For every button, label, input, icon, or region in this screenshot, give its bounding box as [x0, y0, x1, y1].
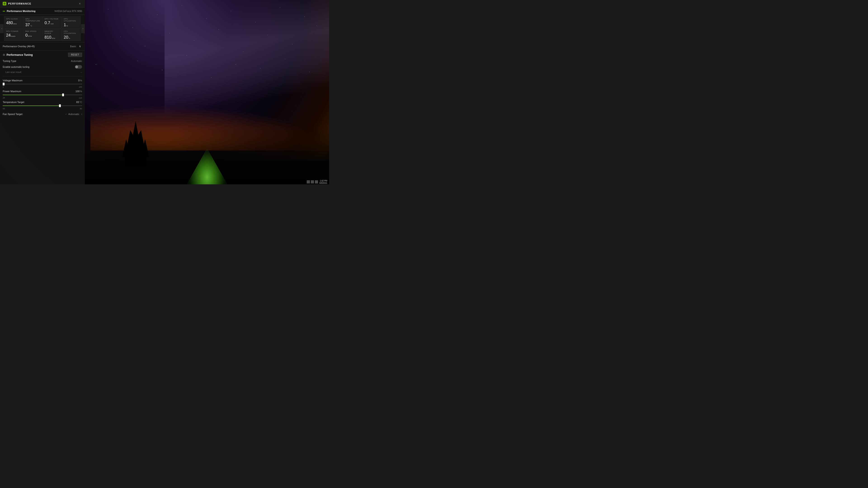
panel-header-left: PERFORMANCE — [3, 2, 31, 5]
metric-gpu-temp: GPU TEMPERATURE 37°C — [23, 16, 42, 29]
auto-tuning-label: Enable automatic tuning — [3, 66, 29, 68]
temp-target-slider[interactable] — [3, 104, 82, 107]
temp-track — [3, 105, 82, 106]
fan-speed-label: FAN SPEED — [25, 30, 40, 32]
cpu-util-label: CPU UTILIZATION — [64, 30, 79, 34]
gpu-util-value: 1% — [64, 23, 79, 27]
temp-target-section: Temperature Target 83°C 65 90 — [0, 100, 85, 111]
taskbar-icons — [307, 180, 318, 184]
voltage-max-header: Voltage Maximum 0% — [3, 79, 82, 82]
power-thumb[interactable] — [62, 94, 64, 96]
nvidia-logo-icon — [3, 2, 6, 5]
power-max-value: 100% — [75, 90, 82, 93]
power-range: 29 114 — [3, 97, 82, 99]
metric-memory-clock: MEMORY CLOCK 810MHz — [42, 29, 61, 41]
gpu-clock-value: 480MHz — [6, 21, 21, 25]
temp-target-value: 83°C — [76, 101, 82, 103]
metrics-grid-bottom: GPU POWER 24Watts FAN SPEED 0RPM MEMORY … — [0, 29, 85, 41]
taskbar-icon-1 — [307, 180, 310, 184]
taskbar-time: 1:42 PM 6/5/2021 — [319, 180, 327, 184]
voltage-min: 0 — [3, 86, 4, 88]
taskbar: 1:42 PM 6/5/2021 — [305, 180, 329, 184]
voltage-range: 0 100 — [3, 86, 82, 88]
metric-gpu-clock: GPU CLOCK 480MHz — [4, 16, 23, 29]
metrics-container: ‹ GPU CLOCK 480MHz GPU TEMPERATURE 37°C … — [0, 15, 85, 42]
gpu-temp-value: 37°C — [25, 23, 40, 27]
metric-gpu-voltage: GPU VOLTAGE 0.7Volt — [42, 16, 61, 29]
metrics-grid-top: GPU CLOCK 480MHz GPU TEMPERATURE 37°C GP… — [0, 16, 85, 29]
overlay-section: Performance Overlay (Alt+R) Basic — [0, 42, 85, 51]
power-min: 29 — [3, 97, 5, 99]
metric-gpu-util: GPU UTILIZATION 1% — [62, 16, 81, 29]
fan-nav-next[interactable]: › — [81, 112, 82, 116]
taskbar-icon-2 — [311, 180, 314, 184]
power-max-label: Power Maximum — [3, 90, 21, 93]
tuning-type-value: Automatic — [71, 60, 82, 62]
performance-panel: PERFORMANCE × ▪▪ Performance Monitoring … — [0, 0, 85, 184]
gpu-temp-label: GPU TEMPERATURE — [25, 18, 40, 22]
overlay-right: Basic — [70, 44, 82, 48]
voltage-max-section: Voltage Maximum 0% 0 100 — [0, 78, 85, 89]
tuning-title-row: ⚙ Performance Tuning — [3, 53, 33, 57]
metrics-nav-left[interactable]: ‹ — [0, 24, 4, 33]
temp-target-label: Temperature Target — [3, 101, 24, 103]
tuning-header: ⚙ Performance Tuning RESET — [0, 51, 85, 58]
divider-1 — [3, 76, 82, 76]
monitoring-title: Performance Monitoring — [7, 10, 35, 12]
scan-row: Last scan result: -- — [0, 70, 85, 74]
cpu-util-value: 20% — [64, 35, 79, 39]
power-max-section: Power Maximum 100% 29 114 — [0, 89, 85, 100]
voltage-max-value: 0% — [78, 79, 82, 82]
metric-cpu-util: CPU UTILIZATION 20% — [62, 29, 81, 41]
tuning-type-label: Tuning Type — [3, 60, 16, 62]
overlay-settings-icon[interactable] — [78, 44, 82, 48]
temp-thumb[interactable] — [59, 104, 61, 107]
power-max-slider[interactable] — [3, 94, 82, 96]
scan-value: -- — [81, 71, 82, 73]
temp-fill — [3, 105, 60, 106]
fan-speed-value: Automatic — [68, 113, 79, 116]
gpu-voltage-label: GPU VOLTAGE — [44, 18, 59, 20]
gpu-power-label: GPU POWER — [6, 30, 21, 32]
overlay-label: Performance Overlay (Alt+R) — [3, 45, 35, 48]
metrics-nav-right[interactable]: › — [81, 24, 85, 33]
toggle-knob — [75, 66, 78, 68]
power-track — [3, 95, 82, 95]
power-max-end: 114 — [79, 97, 82, 99]
gpu-voltage-value: 0.7Volt — [44, 21, 59, 25]
tuning-title: Performance Tuning — [6, 53, 33, 57]
fan-speed-row: Fan Speed Target ‹ Automatic › — [0, 111, 85, 118]
chart-icon: ▪▪ — [3, 9, 5, 13]
voltage-max-end: 100 — [79, 86, 82, 88]
memory-clock-value: 810MHz — [44, 35, 59, 39]
voltage-max-label: Voltage Maximum — [3, 79, 22, 82]
panel-header: PERFORMANCE × — [0, 0, 85, 7]
temp-max-end: 90 — [80, 107, 82, 110]
auto-tuning-toggle-container: Enable automatic tuning — [0, 64, 85, 70]
temp-min: 65 — [3, 107, 5, 110]
tuning-type-row: Tuning Type Automatic — [0, 58, 85, 64]
reset-button[interactable]: RESET — [68, 53, 82, 57]
voltage-thumb[interactable] — [3, 83, 4, 86]
metric-gpu-power: GPU POWER 24Watts — [4, 29, 23, 41]
metric-fan-speed: FAN SPEED 0RPM — [23, 29, 42, 41]
overlay-mode: Basic — [70, 45, 76, 48]
close-button[interactable]: × — [78, 1, 82, 6]
panel-title: PERFORMANCE — [8, 2, 31, 5]
auto-tuning-toggle[interactable] — [75, 65, 82, 69]
gpu-model: NVIDIA GeForce RTX 3090 — [55, 10, 82, 12]
monitoring-header-left: ▪▪ Performance Monitoring — [3, 9, 35, 13]
tuning-icon: ⚙ — [3, 53, 5, 57]
power-max-header: Power Maximum 100% — [3, 90, 82, 93]
gpu-clock-label: GPU CLOCK — [6, 18, 21, 20]
temp-target-header: Temperature Target 83°C — [3, 101, 82, 103]
temp-range: 65 90 — [3, 107, 82, 110]
taskbar-icon-3 — [315, 180, 318, 184]
voltage-track — [3, 84, 82, 84]
fan-nav-prev[interactable]: ‹ — [66, 112, 66, 116]
fan-speed-value: 0RPM — [25, 33, 40, 37]
voltage-max-slider[interactable] — [3, 83, 82, 86]
fan-value-container: ‹ Automatic › — [66, 112, 82, 116]
memory-clock-label: MEMORY CLOCK — [44, 30, 59, 34]
gpu-power-value: 24Watts — [6, 33, 21, 37]
